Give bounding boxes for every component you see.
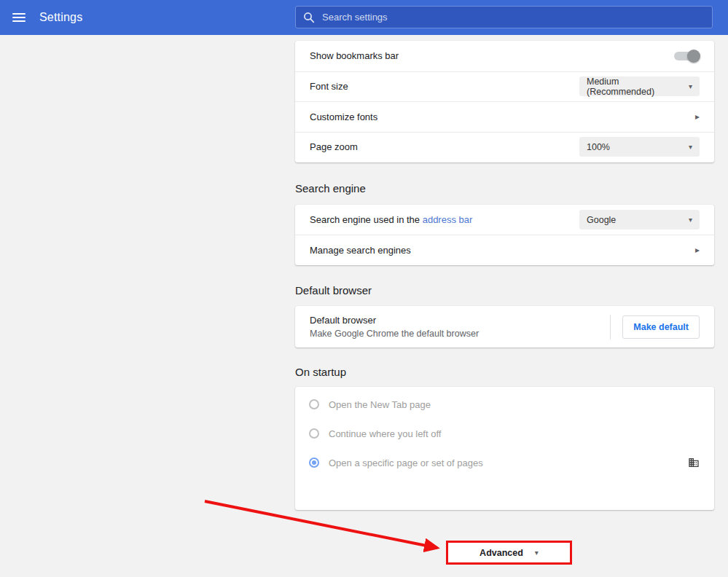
radio-option-new-tab-page[interactable]: Open the New Tab page <box>295 390 714 419</box>
section-title-search-engine: Search engine <box>295 182 366 195</box>
radio-label: Continue where you left off <box>329 428 441 439</box>
advanced-label: Advanced <box>480 548 523 558</box>
default-browser-card: Default browser Make Google Chrome the d… <box>295 306 714 348</box>
row-label: Show bookmarks bar <box>310 50 399 61</box>
dropdown-value: Medium (Recommended) <box>587 76 689 97</box>
radio-option-continue-where-left-off[interactable]: Continue where you left off <box>295 419 714 448</box>
settings-row-search-engine: Search engine used in the address bar Go… <box>295 205 714 235</box>
radio-label: Open a specific page or set of pages <box>329 458 483 468</box>
settings-row-show-bookmarks-bar: Show bookmarks bar <box>295 41 714 71</box>
annotation-highlight-box: Advanced ▾ <box>446 541 572 565</box>
chevron-down-icon: ▾ <box>535 549 539 557</box>
organization-building-icon <box>688 457 700 468</box>
menu-button[interactable] <box>10 9 28 26</box>
row-label: Search engine used in the address bar <box>310 214 472 225</box>
chevron-down-icon: ▾ <box>689 144 692 151</box>
divider <box>610 315 611 339</box>
dropdown-value: Google <box>587 215 616 225</box>
row-label: Page zoom <box>310 141 358 152</box>
default-browser-text: Default browser Make Google Chrome the d… <box>310 315 610 339</box>
settings-row-customize-fonts[interactable]: Customize fonts ▸ <box>295 101 714 132</box>
make-default-button[interactable]: Make default <box>622 315 700 339</box>
section-title-on-startup: On startup <box>295 366 346 378</box>
radio-selected-icon <box>309 458 319 468</box>
appearance-card: Show bookmarks bar Font size Medium (Rec… <box>295 41 714 162</box>
search-engine-dropdown[interactable]: Google ▾ <box>579 210 700 229</box>
label-text: Search engine used in the <box>310 214 423 225</box>
show-bookmarks-bar-toggle[interactable] <box>674 52 698 60</box>
page-title: Settings <box>39 11 82 24</box>
default-browser-subtitle: Make Google Chrome the default browser <box>310 329 610 339</box>
settings-row-default-browser: Default browser Make Google Chrome the d… <box>295 306 714 348</box>
subpage-arrow-icon: ▸ <box>695 111 700 122</box>
row-label: Customize fonts <box>310 111 377 122</box>
section-title-default-browser: Default browser <box>295 284 372 297</box>
radio-label: Open the New Tab page <box>329 399 431 410</box>
radio-option-open-specific-pages[interactable]: Open a specific page or set of pages <box>295 448 714 477</box>
radio-icon <box>309 399 319 409</box>
settings-row-page-zoom: Page zoom 100% ▾ <box>295 132 714 162</box>
chevron-down-icon: ▾ <box>689 216 692 224</box>
chevron-down-icon: ▾ <box>689 83 692 90</box>
row-label: Manage search engines <box>310 245 411 256</box>
toggle-knob <box>687 50 700 63</box>
settings-row-font-size: Font size Medium (Recommended) ▾ <box>295 71 714 102</box>
search-engine-card: Search engine used in the address bar Go… <box>295 205 714 265</box>
dropdown-value: 100% <box>587 142 610 152</box>
address-bar-link[interactable]: address bar <box>423 214 473 225</box>
font-size-dropdown[interactable]: Medium (Recommended) ▾ <box>579 76 700 96</box>
row-label: Font size <box>310 81 348 92</box>
advanced-button[interactable]: Advanced ▾ <box>480 548 539 558</box>
hamburger-menu-icon <box>12 13 26 22</box>
subpage-arrow-icon: ▸ <box>695 245 700 255</box>
default-browser-title: Default browser <box>310 315 610 326</box>
radio-icon <box>309 428 319 439</box>
on-startup-card: Open the New Tab page Continue where you… <box>295 387 714 510</box>
settings-row-manage-search-engines[interactable]: Manage search engines ▸ <box>295 235 714 264</box>
settings-content: Show bookmarks bar Font size Medium (Rec… <box>295 0 714 577</box>
page-zoom-dropdown[interactable]: 100% ▾ <box>579 137 700 157</box>
